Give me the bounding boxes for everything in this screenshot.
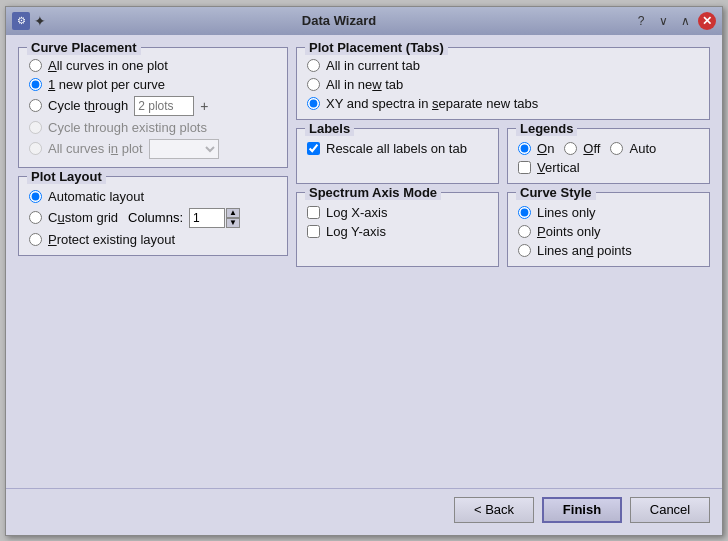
- points-only-radio[interactable]: [518, 225, 531, 238]
- minimize-button[interactable]: ∨: [654, 12, 672, 30]
- separate-tabs-label[interactable]: XY and spectra in separate new tabs: [326, 96, 538, 111]
- lines-points-radio[interactable]: [518, 244, 531, 257]
- points-only-label[interactable]: Points only: [537, 224, 601, 239]
- radio-row-auto-layout: Automatic layout: [29, 189, 277, 204]
- titlebar-buttons: ? ∨ ∧ ✕: [632, 12, 716, 30]
- lines-only-row: Lines only: [518, 205, 699, 220]
- rescale-checkbox[interactable]: [307, 142, 320, 155]
- curve-placement-title: Curve Placement: [27, 40, 141, 55]
- log-x-label[interactable]: Log X-axis: [326, 205, 387, 220]
- spectrum-axis-title: Spectrum Axis Mode: [305, 185, 441, 200]
- cancel-button[interactable]: Cancel: [630, 497, 710, 523]
- auto-layout-label[interactable]: Automatic layout: [48, 189, 144, 204]
- custom-grid-radio[interactable]: [29, 211, 42, 224]
- custom-grid-label[interactable]: Custom grid: [48, 210, 118, 225]
- lines-points-row: Lines and points: [518, 243, 699, 258]
- protect-layout-radio[interactable]: [29, 233, 42, 246]
- cycle-through-input[interactable]: [134, 96, 194, 116]
- all-curves-radio[interactable]: [29, 59, 42, 72]
- log-x-row: Log X-axis: [307, 205, 488, 220]
- radio-row-one-per: 1 new plot per curve: [29, 77, 277, 92]
- all-in-plot-label: All curves in plot: [48, 141, 143, 156]
- columns-spinner: ▲ ▼: [189, 208, 240, 228]
- lines-points-label[interactable]: Lines and points: [537, 243, 632, 258]
- maximize-button[interactable]: ∧: [676, 12, 694, 30]
- one-per-curve-label[interactable]: 1 new plot per curve: [48, 77, 165, 92]
- footer: < Back Finish Cancel: [6, 488, 722, 535]
- legends-off-radio[interactable]: [564, 142, 577, 155]
- close-button[interactable]: ✕: [698, 12, 716, 30]
- vertical-row: Vertical: [518, 160, 699, 175]
- current-tab-label[interactable]: All in current tab: [326, 58, 420, 73]
- legends-auto-label[interactable]: Auto: [629, 141, 656, 156]
- current-tab-radio[interactable]: [307, 59, 320, 72]
- legends-options-row: On Off Auto: [518, 141, 699, 156]
- log-y-checkbox[interactable]: [307, 225, 320, 238]
- columns-label: Columns:: [128, 210, 183, 225]
- curve-style-section: Curve Style Lines only Points only Li: [507, 192, 710, 267]
- radio-row-all-curves: All curves in one plot: [29, 58, 277, 73]
- columns-input[interactable]: [189, 208, 225, 228]
- help-button[interactable]: ?: [632, 12, 650, 30]
- new-tab-label[interactable]: All in new tab: [326, 77, 403, 92]
- data-wizard-window: ⚙ ✦ Data Wizard ? ∨ ∧ ✕ Curve Placement …: [5, 6, 723, 536]
- vertical-checkbox[interactable]: [518, 161, 531, 174]
- window-title: Data Wizard: [46, 13, 632, 28]
- legends-title: Legends: [516, 121, 577, 136]
- radio-row-separate-tabs: XY and spectra in separate new tabs: [307, 96, 699, 111]
- cycle-through-radio[interactable]: [29, 99, 42, 112]
- curve-style-title: Curve Style: [516, 185, 596, 200]
- titlebar: ⚙ ✦ Data Wizard ? ∨ ∧ ✕: [6, 7, 722, 35]
- radio-row-protect: Protect existing layout: [29, 232, 277, 247]
- all-in-plot-radio[interactable]: [29, 142, 42, 155]
- spinner-up[interactable]: ▲: [226, 208, 240, 218]
- rescale-row: Rescale all labels on tab: [307, 141, 488, 156]
- labels-title: Labels: [305, 121, 354, 136]
- plot-layout-section: Plot Layout Automatic layout Custom grid…: [18, 176, 288, 256]
- plot-placement-title: Plot Placement (Tabs): [305, 40, 448, 55]
- protect-layout-label[interactable]: Protect existing layout: [48, 232, 175, 247]
- labels-section: Labels Rescale all labels on tab: [296, 128, 499, 184]
- auto-layout-radio[interactable]: [29, 190, 42, 203]
- titlebar-left: ⚙ ✦: [12, 12, 46, 30]
- all-in-plot-dropdown[interactable]: [149, 139, 219, 159]
- cycle-existing-radio[interactable]: [29, 121, 42, 134]
- radio-row-cycle: Cycle through +: [29, 96, 277, 116]
- lines-only-label[interactable]: Lines only: [537, 205, 596, 220]
- legends-section: Legends On Off Auto Vertical: [507, 128, 710, 184]
- legends-off-label[interactable]: Off: [583, 141, 600, 156]
- all-curves-label[interactable]: All curves in one plot: [48, 58, 168, 73]
- log-y-row: Log Y-axis: [307, 224, 488, 239]
- cycle-existing-label: Cycle through existing plots: [48, 120, 207, 135]
- log-y-label[interactable]: Log Y-axis: [326, 224, 386, 239]
- one-per-curve-radio[interactable]: [29, 78, 42, 91]
- cycle-through-label[interactable]: Cycle through: [48, 98, 128, 113]
- legends-on-radio[interactable]: [518, 142, 531, 155]
- legends-on-label[interactable]: On: [537, 141, 554, 156]
- plot-layout-title: Plot Layout: [27, 169, 106, 184]
- plot-placement-section: Plot Placement (Tabs) All in current tab…: [296, 47, 710, 120]
- spectrum-curvestyle-row: Spectrum Axis Mode Log X-axis Log Y-axis: [296, 192, 710, 267]
- back-button[interactable]: < Back: [454, 497, 534, 523]
- radio-row-cycle-existing: Cycle through existing plots: [29, 120, 277, 135]
- points-only-row: Points only: [518, 224, 699, 239]
- curve-placement-section: Curve Placement All curves in one plot 1…: [18, 47, 288, 168]
- radio-row-custom-grid: Custom grid Columns: ▲ ▼: [29, 208, 277, 228]
- legends-auto-radio[interactable]: [610, 142, 623, 155]
- rescale-label[interactable]: Rescale all labels on tab: [326, 141, 467, 156]
- spinner-down[interactable]: ▼: [226, 218, 240, 228]
- log-x-checkbox[interactable]: [307, 206, 320, 219]
- cycle-plus-icon: +: [200, 98, 208, 114]
- radio-row-all-in-plot: All curves in plot: [29, 139, 277, 159]
- finish-button[interactable]: Finish: [542, 497, 622, 523]
- vertical-label[interactable]: Vertical: [537, 160, 580, 175]
- app-icon: ⚙: [12, 12, 30, 30]
- pin-icon[interactable]: ✦: [34, 13, 46, 29]
- radio-row-new-tab: All in new tab: [307, 77, 699, 92]
- spinner-buttons: ▲ ▼: [226, 208, 240, 228]
- spectrum-axis-section: Spectrum Axis Mode Log X-axis Log Y-axis: [296, 192, 499, 267]
- lines-only-radio[interactable]: [518, 206, 531, 219]
- new-tab-radio[interactable]: [307, 78, 320, 91]
- separate-tabs-radio[interactable]: [307, 97, 320, 110]
- labels-legends-row: Labels Rescale all labels on tab Legends: [296, 128, 710, 184]
